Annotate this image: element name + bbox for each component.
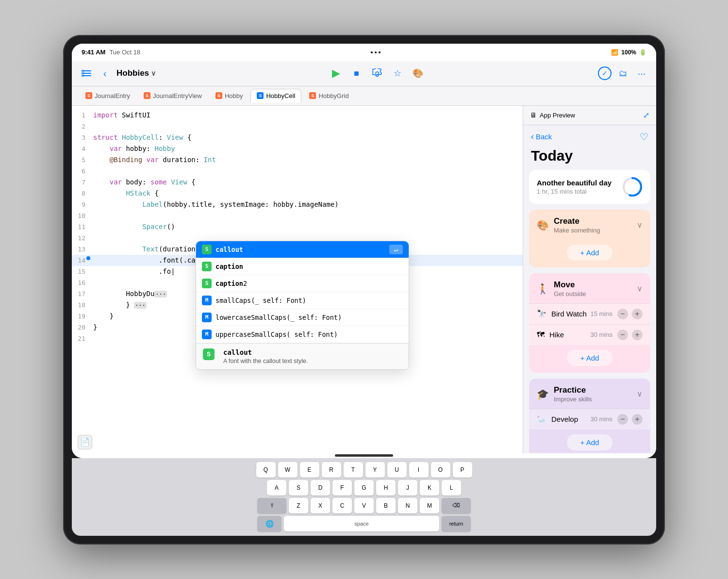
preview-expand-button[interactable]: ⤢ [643, 111, 649, 120]
key-c[interactable]: C [332, 498, 352, 513]
practice-add-button[interactable]: + Add [567, 434, 613, 450]
dot3 [379, 51, 381, 53]
app-preview-panel: 🖥 App Preview ⤢ ‹ Back ♡ T [523, 106, 656, 453]
key-b[interactable]: B [376, 498, 396, 513]
run-button[interactable]: ▶ [330, 66, 343, 80]
bookmark-button[interactable]: ☆ [391, 66, 404, 80]
key-space[interactable]: space [284, 516, 439, 531]
code-line-11: 11 Spacer() [72, 221, 523, 232]
move-add-button[interactable]: + Add [567, 350, 613, 366]
ac-label: caption [215, 263, 243, 270]
key-s[interactable]: S [289, 480, 308, 496]
category-practice-card: 🎓 Practice Improve skills ∨ 🦢 Develop [529, 379, 650, 453]
battery-level: 100% [621, 49, 636, 56]
status-bar: 9:41 AM Tue Oct 18 📶 100% 🔋 [72, 44, 656, 61]
autocomplete-item-smallcaps[interactable]: M smallCaps(_ self: Font) [196, 292, 409, 309]
key-x[interactable]: X [311, 498, 330, 513]
key-d[interactable]: D [311, 480, 330, 496]
key-return[interactable]: return [442, 516, 471, 531]
practice-chevron[interactable]: ∨ [637, 389, 643, 398]
key-backspace[interactable]: ⌫ [442, 498, 471, 513]
code-line-1: 1 import SwiftUI [72, 110, 523, 121]
key-h[interactable]: H [376, 480, 396, 496]
key-g[interactable]: G [354, 480, 374, 496]
key-z[interactable]: Z [289, 498, 308, 513]
key-globe[interactable]: 🌐 [257, 516, 281, 531]
sidebar-toggle-button[interactable] [80, 66, 93, 80]
heart-icon[interactable]: ♡ [640, 131, 648, 143]
key-t[interactable]: T [344, 462, 363, 478]
autocomplete-item-caption[interactable]: S caption [196, 258, 409, 275]
ac-label: lowercaseSmallCaps(_ self: Font) [215, 314, 342, 321]
ac-label: callout [215, 246, 243, 253]
key-f[interactable]: F [332, 480, 352, 496]
key-k[interactable]: K [420, 480, 439, 496]
stop-button[interactable]: ■ [350, 66, 364, 80]
key-j[interactable]: J [398, 480, 417, 496]
preview-back-button[interactable]: ‹ Back [531, 132, 552, 142]
swift-icon: S [215, 92, 222, 99]
key-u[interactable]: U [387, 462, 407, 478]
key-v[interactable]: V [354, 498, 374, 513]
tab-journal-entry[interactable]: S JournalEntry [80, 89, 136, 102]
hike-increase[interactable]: + [632, 330, 643, 340]
tab-hobby[interactable]: S Hobby [210, 89, 249, 102]
swiftui-icon: S [257, 92, 264, 99]
ac-label: smallCaps(_ self: Font) [215, 297, 306, 304]
color-button[interactable]: 🎨 [411, 66, 425, 80]
key-r[interactable]: R [322, 462, 341, 478]
autocomplete-dropdown[interactable]: S callout ↵ S caption S caption2 [196, 241, 409, 370]
dot2 [375, 51, 377, 53]
tab-hobby-cell[interactable]: S HobbyCell [250, 89, 301, 103]
create-subtitle: Make something [554, 227, 600, 234]
status-date: Tue Oct 18 [109, 49, 140, 56]
key-n[interactable]: N [398, 498, 417, 513]
key-i[interactable]: I [409, 462, 429, 478]
develop-time: 30 mins [590, 415, 612, 423]
key-y[interactable]: Y [365, 462, 385, 478]
code-editor[interactable]: 1 import SwiftUI 2 3 struct HobbyCell: V… [72, 106, 523, 453]
category-move-card: 🚶 Move Get outside ∨ 🔭 Bird Watch [529, 273, 650, 373]
more-button[interactable]: ··· [635, 66, 648, 80]
key-m[interactable]: M [420, 498, 439, 513]
create-chevron[interactable]: ∨ [637, 220, 643, 230]
toolbar-right: ✓ 🗂 ··· [598, 66, 648, 80]
key-o[interactable]: O [431, 462, 450, 478]
move-title: Move [554, 280, 586, 290]
develop-title: Develop [551, 415, 590, 423]
summary-subtitle: 1 hr, 15 mins total [537, 188, 612, 195]
key-w[interactable]: W [278, 462, 298, 478]
birdwatch-decrease[interactable]: − [617, 309, 628, 319]
key-e[interactable]: E [300, 462, 319, 478]
autocomplete-item-lowercase-smallcaps[interactable]: M lowercaseSmallCaps(_ self: Font) [196, 309, 409, 326]
hike-decrease[interactable]: − [617, 330, 628, 340]
hike-stepper: − + [617, 330, 643, 340]
tab-hobby-grid[interactable]: S HobbyGrid [303, 89, 354, 102]
key-p[interactable]: P [453, 462, 472, 478]
doc-icon[interactable]: 📄 [78, 435, 92, 449]
preview-title: Today [523, 146, 656, 170]
back-button[interactable]: ‹ [98, 66, 112, 80]
birdwatch-increase[interactable]: + [632, 309, 643, 319]
tab-journal-entry-view[interactable]: S JournalEntryView [138, 89, 208, 102]
library-button[interactable]: 🗂 [616, 66, 630, 80]
develop-decrease[interactable]: − [617, 414, 628, 425]
key-l[interactable]: L [442, 480, 461, 496]
checkmark-button[interactable]: ✓ [598, 66, 612, 80]
key-a[interactable]: A [267, 480, 286, 496]
category-title-group: 🎓 Practice Improve skills [537, 385, 592, 403]
autocomplete-item-caption2[interactable]: S caption2 [196, 275, 409, 292]
autocomplete-item-uppercase-smallcaps[interactable]: M uppercaseSmallCaps( self: Font) [196, 326, 409, 343]
key-q[interactable]: Q [256, 462, 276, 478]
preview-content: ‹ Back ♡ Today Another beautiful day 1 h… [523, 125, 656, 453]
keyboard-row-4: 🌐 space return [80, 516, 648, 531]
create-add-button[interactable]: + Add [567, 245, 613, 261]
editor-bottom-icon[interactable]: 📄 [78, 435, 92, 449]
develop-increase[interactable]: + [632, 414, 643, 425]
ac-badge-s: S [202, 262, 212, 271]
wifi-icon: 📶 [611, 49, 618, 56]
move-chevron[interactable]: ∨ [637, 284, 643, 293]
key-shift[interactable]: ⇧ [257, 498, 286, 513]
settings-button[interactable] [370, 66, 384, 80]
autocomplete-item-callout-selected[interactable]: S callout ↵ [196, 241, 409, 258]
